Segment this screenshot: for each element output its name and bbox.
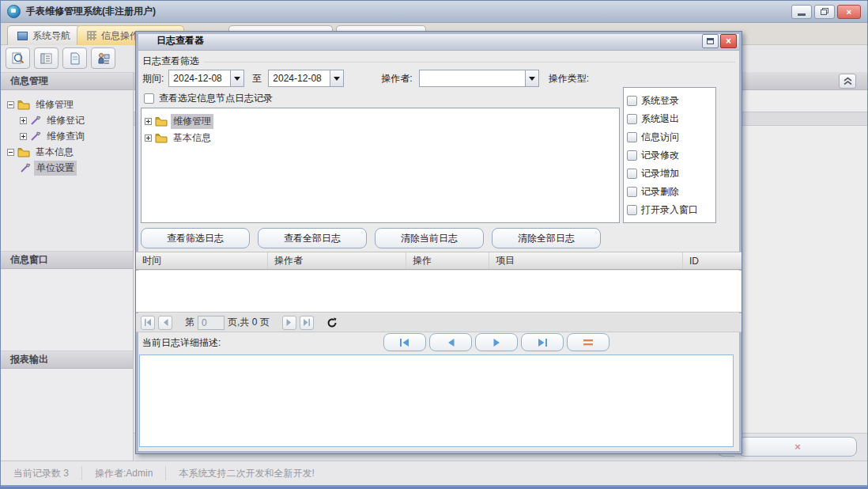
detail-label-row: 当前日志详细描述: [136,332,742,353]
nav-first-button[interactable] [383,333,426,351]
restore-icon [821,8,828,15]
column-project[interactable]: 项目 [489,252,683,269]
window-bottom-border [1,485,867,488]
checkbox-icon[interactable] [627,150,637,161]
dialog-client-area: 日志查看筛选 期间: 至 操作者: [136,51,742,450]
filter-row: 期间: 至 操作者: [142,70,589,87]
tree-item-repair-management[interactable]: 维修管理 [145,113,616,130]
refresh-button[interactable] [326,317,338,328]
operation-type-list: 系统登录 系统退出 信息访问 记录修改 记录增加 记录删除 打开录入窗口 关闭录… [623,87,716,223]
next-page-icon [286,319,292,326]
expand-plus-icon[interactable] [145,118,152,125]
tree-item-basic-info[interactable]: 基本信息 [145,130,616,146]
list-view-button[interactable] [34,47,58,69]
optype-record-modify[interactable]: 记录修改 [627,146,712,165]
column-operator[interactable]: 操作者 [268,252,406,269]
optype-label: 操作类型: [549,72,589,85]
optype-system-login[interactable]: 系统登录 [627,92,712,110]
clear-all-log-button[interactable]: 清除全部日志 [492,228,601,248]
user-log-button[interactable] [91,47,115,69]
minimize-button[interactable] [791,5,812,19]
nav-last-button[interactable] [521,333,564,351]
optype-record-delete[interactable]: 记录删除 [627,183,712,201]
checkbox-icon[interactable] [627,205,637,215]
optype-close-entry-window[interactable]: 关闭录入窗口 [627,219,712,223]
date-to-dropdown-button[interactable] [330,70,343,86]
date-from-combo [168,70,244,87]
status-operator: 操作者:Admin [82,467,165,480]
cancel-form-button[interactable]: × [738,437,857,457]
view-all-log-button[interactable]: 查看全部日志 [258,228,367,248]
sidebar-item-unit-settings[interactable]: 单位设置 [7,160,133,176]
period-label: 期间: [142,72,164,85]
sidebar-section-info-management[interactable]: 信息管理 [1,72,133,90]
view-node-log-checkbox-row[interactable]: 查看选定信息节点日志记录 [144,92,273,105]
tab-system-navigation[interactable]: 系统导航 [7,25,81,45]
log-grid-body[interactable] [136,271,742,313]
collapse-expander-icon[interactable] [7,149,14,156]
operator-dropdown-button[interactable] [525,70,538,86]
restore-button[interactable] [814,5,835,19]
date-to-input[interactable] [269,70,330,86]
nav-next-button[interactable] [475,333,518,351]
page-label: 第 [185,316,194,329]
sidebar-item-basic-info[interactable]: 基本信息 [7,144,133,160]
column-operation[interactable]: 操作 [406,252,489,269]
expand-plus-icon[interactable] [20,133,27,140]
date-to-combo [268,70,344,87]
to-label: 至 [252,72,262,85]
checkbox-icon[interactable] [627,114,637,124]
operator-label: 操作者: [381,72,412,85]
pager-last-button[interactable] [300,316,314,330]
report-output-panel [1,369,133,461]
last-page-icon [303,319,310,326]
nav-prev-button[interactable] [429,333,472,351]
chevron-down-icon [334,77,340,81]
log-viewer-dialog: 日志查看器 × 日志查看筛选 期间: 至 [135,31,742,454]
optype-info-access[interactable]: 信息访问 [627,128,712,146]
cancel-x-icon: × [794,441,801,453]
clear-current-log-button[interactable]: 清除当前日志 [375,228,484,248]
view-filtered-log-button[interactable]: 查看筛选日志 [141,228,250,248]
log-detail-memo[interactable] [139,354,734,447]
folder-icon [17,147,30,157]
log-grid-header: 时间 操作者 操作 项目 ID [136,252,742,270]
checkbox-icon[interactable] [627,96,637,106]
pager-first-button[interactable] [141,316,155,330]
dialog-close-button[interactable]: × [720,34,737,48]
sidebar-section-info-window[interactable]: 信息窗口 [1,251,133,269]
optype-system-logout[interactable]: 系统退出 [627,110,712,128]
app-logo-icon [7,5,21,18]
dialog-maximize-button[interactable] [702,34,719,48]
checkbox-icon[interactable] [627,187,637,197]
group-rule [204,62,735,63]
sidebar-section-report-output[interactable]: 报表输出 [1,351,133,369]
close-button[interactable]: × [837,5,861,19]
pager-prev-button[interactable] [158,316,172,330]
collapse-expander-icon[interactable] [7,101,14,108]
chevron-down-icon [234,77,240,81]
page-number-input[interactable] [198,316,225,330]
date-from-dropdown-button[interactable] [230,70,243,86]
document-button[interactable] [62,47,87,69]
operator-input[interactable] [420,70,525,86]
checkbox-icon[interactable] [627,169,637,179]
sidebar-item-repair-management[interactable]: 维修管理 [7,97,133,112]
optype-record-add[interactable]: 记录增加 [627,165,712,183]
nav-remove-button[interactable] [567,333,609,351]
date-from-input[interactable] [169,70,230,86]
column-time[interactable]: 时间 [136,252,268,269]
person-chart-icon [96,51,111,66]
search-tool-button[interactable] [6,47,30,69]
sidebar-item-repair-query[interactable]: 维修查询 [7,128,133,144]
expand-plus-icon[interactable] [145,135,152,142]
checkbox-icon[interactable] [144,93,154,104]
collapse-panel-button[interactable] [839,74,856,89]
optype-open-entry-window[interactable]: 打开录入窗口 [627,201,712,219]
checkbox-icon[interactable] [627,132,637,142]
expand-plus-icon[interactable] [20,117,27,124]
sidebar-item-repair-register[interactable]: 维修登记 [7,112,133,128]
pager-next-button[interactable] [282,316,296,330]
column-id[interactable]: ID [683,252,742,269]
tool-icon [30,131,41,142]
